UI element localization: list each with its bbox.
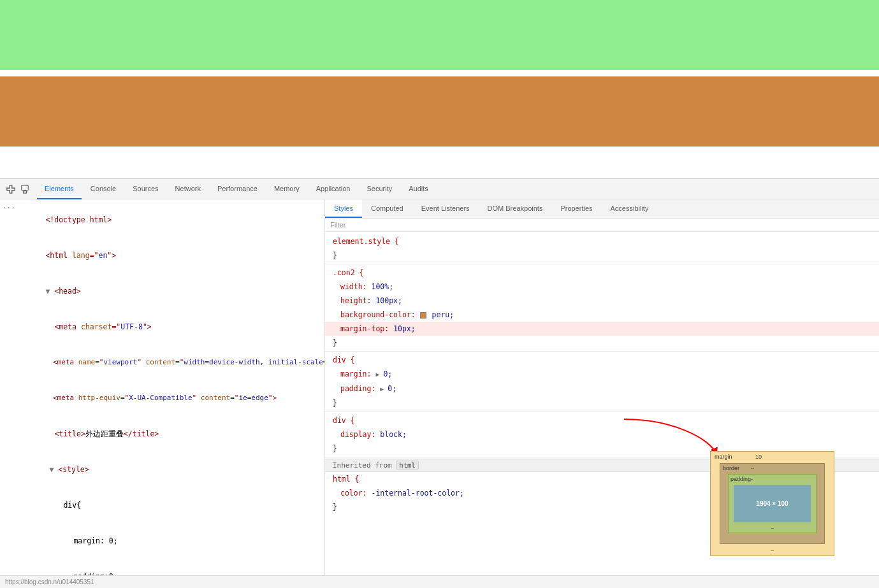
- box-model: margin 10 border – padding- 1904 × 100: [710, 451, 834, 556]
- box-content: 1904 × 100: [734, 485, 811, 522]
- tab-security[interactable]: Security: [359, 179, 400, 199]
- status-url: https://blog.csdn.n/u014405351: [5, 578, 94, 585]
- html-line[interactable]: margin: 0;: [0, 523, 324, 559]
- html-line[interactable]: ▼ <style>: [0, 452, 324, 487]
- tab-console[interactable]: Console: [83, 179, 124, 199]
- rule-div-selector-1: div {: [325, 353, 879, 367]
- styles-tab-properties[interactable]: Properties: [551, 199, 601, 218]
- tab-network[interactable]: Network: [168, 179, 208, 199]
- rule-con2-margin-top: margin-top: 10px;: [325, 322, 879, 336]
- arrow-svg3: [621, 413, 723, 457]
- styles-tab-dom-breakpoints[interactable]: DOM Breakpoints: [479, 199, 552, 218]
- styles-panel: Styles Computed Event Listeners DOM Brea…: [325, 199, 879, 575]
- divider: [325, 412, 879, 412]
- devtools-body: ... <!doctype html> <html lang="en"> ▼ <…: [0, 199, 879, 575]
- box-padding-label: padding-: [730, 476, 753, 482]
- rule-element-style: element.style {: [325, 234, 879, 248]
- tab-memory[interactable]: Memory: [266, 179, 307, 199]
- html-line[interactable]: div{: [0, 487, 324, 523]
- rule-con2-close: }: [325, 336, 879, 350]
- styles-tab-accessibility[interactable]: Accessibility: [602, 199, 658, 218]
- inspect-icon[interactable]: [5, 183, 17, 195]
- box-content-label: 1904 × 100: [756, 500, 788, 507]
- html-line[interactable]: <title>外边距重叠</title>: [0, 416, 324, 452]
- tab-application[interactable]: Application: [309, 179, 358, 199]
- svg-rect-1: [23, 190, 26, 193]
- box-model-margin-value: 10: [755, 454, 762, 460]
- rule-div-padding: padding: ▶ 0;: [325, 382, 879, 396]
- html-line[interactable]: <html lang="en">: [0, 238, 324, 273]
- rule-div-display: display: block;: [325, 427, 879, 441]
- ellipsis: ...: [3, 202, 15, 210]
- rule-con2-height: height: 100px;: [325, 294, 879, 308]
- rule-element-style-close: }: [325, 248, 879, 262]
- preview-peru-box: [0, 76, 879, 147]
- html-line[interactable]: <meta charset="UTF-8">: [0, 309, 324, 345]
- html-line[interactable]: <meta http-equiv="X-UA-Compatible" conte…: [0, 380, 324, 416]
- tab-elements[interactable]: Elements: [37, 179, 82, 199]
- box-outer-bottom: –: [771, 547, 774, 554]
- elements-panel[interactable]: ... <!doctype html> <html lang="en"> ▼ <…: [0, 199, 325, 575]
- devtools-toolbar: Elements Console Sources Network Perform…: [0, 179, 879, 199]
- status-bar: https://blog.csdn.n/u014405351: [0, 575, 879, 588]
- device-icon[interactable]: [19, 183, 31, 195]
- inherited-tag: html: [396, 461, 418, 470]
- rule-div-margin: margin: ▶ 0;: [325, 367, 879, 382]
- devtools: Elements Console Sources Network Perform…: [0, 178, 879, 588]
- filter-bar: Filter: [325, 219, 879, 232]
- box-padding-bottom: –: [771, 525, 774, 531]
- rule-con2-selector: .con2 {: [325, 266, 879, 280]
- toolbar-icons: [5, 183, 31, 195]
- divider: [325, 351, 879, 352]
- html-line[interactable]: <!doctype html>: [0, 202, 324, 238]
- box-model-margin-label: margin: [715, 454, 732, 460]
- preview-area: [0, 0, 879, 147]
- html-line[interactable]: padding:0;: [0, 559, 324, 575]
- preview-green-box: [0, 0, 879, 70]
- box-border-value: –: [751, 465, 754, 471]
- color-swatch-peru: [420, 312, 426, 319]
- tab-sources[interactable]: Sources: [125, 179, 166, 199]
- tab-audits[interactable]: Audits: [401, 179, 436, 199]
- svg-rect-0: [22, 185, 29, 190]
- styles-tab-event-listeners[interactable]: Event Listeners: [412, 199, 479, 218]
- rule-con2-width: width: 100%;: [325, 280, 879, 294]
- tab-performance[interactable]: Performance: [210, 179, 265, 199]
- styles-tabs: Styles Computed Event Listeners DOM Brea…: [325, 199, 879, 219]
- rule-div-close-1: }: [325, 396, 879, 410]
- box-model-arrow: [621, 413, 723, 460]
- styles-tab-computed[interactable]: Computed: [362, 199, 412, 218]
- html-line[interactable]: ▼ <head>: [0, 273, 324, 309]
- box-model-area: margin 10 border – padding- 1904 × 100: [710, 451, 834, 556]
- preview-gap: [0, 70, 879, 76]
- box-border-label: border: [723, 465, 739, 471]
- box-padding: padding- 1904 × 100 –: [728, 474, 817, 533]
- rule-div-selector-2: div {: [325, 413, 879, 427]
- styles-tab-styles[interactable]: Styles: [325, 199, 362, 218]
- divider: [325, 264, 879, 264]
- mid-gap: [0, 147, 879, 178]
- html-line[interactable]: <meta name="viewport" content="width=dev…: [0, 345, 324, 380]
- rule-con2-bgcolor: background-color: peru;: [325, 308, 879, 322]
- box-border: border – padding- 1904 × 100 –: [720, 463, 825, 544]
